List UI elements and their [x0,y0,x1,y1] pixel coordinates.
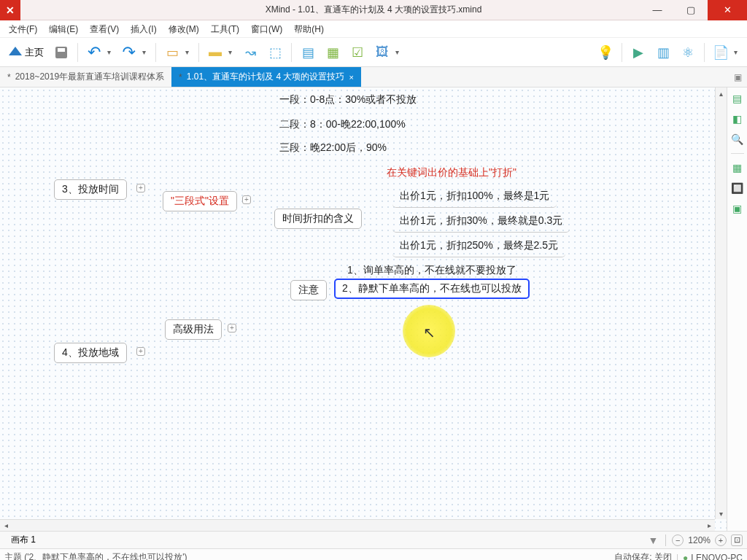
topic-button[interactable]: ▭ [160,41,184,64]
theme-panel-icon[interactable]: ▣ [731,202,744,215]
tab-2[interactable]: 1.01、直通车的计划及 4 大项的设置技巧× [171,67,361,87]
gantt-button[interactable]: ▥ [651,41,675,64]
marker-button[interactable]: ▦ [321,41,344,64]
node-handle[interactable]: + [136,347,145,356]
zoom-out-button[interactable]: − [672,534,684,546]
export-button[interactable]: 📄 [709,41,732,64]
note-button[interactable]: ▬ [204,41,227,64]
node-note-2-selected[interactable]: 2、静默下单率高的，不在线也可以投放 [334,279,530,299]
window-controls: — ▢ ✕ [640,0,747,20]
node-discount-meaning[interactable]: 时间折扣的含义 [274,209,362,229]
maximize-button[interactable]: ▢ [674,0,708,20]
node-handle[interactable]: + [242,195,251,204]
boundary-button[interactable]: ⬚ [263,41,287,64]
node-handle[interactable]: + [228,324,236,332]
task-button[interactable]: ☑ [346,41,369,64]
node-note-1[interactable]: 1、询单率高的，不在线就不要投放了 [340,261,524,280]
home-button[interactable]: 主页 [4,41,48,64]
node-segment-1[interactable]: 一段：0-8点：30%或者不投放 [272,90,424,109]
image-button[interactable]: 🖼 [371,41,394,64]
tab-maximize-icon[interactable]: ▣ [728,67,747,87]
task-icon: ☑ [352,44,363,61]
canvas-area[interactable]: 3、投放时间 + "三段式"设置 + 一段：0-8点：30%或者不投放 二段：8… [0,88,727,531]
menu-modify[interactable]: 修改(M) [163,20,205,38]
node-bid-1[interactable]: 出价1元，折扣100%，最终是1元 [392,187,557,208]
node-label: 出价1元，折扣30%，最终就是0.3元 [400,214,562,226]
topic-dropdown[interactable]: ▾ [185,48,194,56]
scroll-up-icon[interactable]: ▴ [716,88,727,99]
node-label: 1、询单率高的，不在线就不要投放了 [347,264,516,276]
toolbar-separator [622,43,622,62]
close-button[interactable]: ✕ [708,0,747,20]
menu-help[interactable]: 帮助(H) [288,20,330,38]
note-icon: ▬ [209,44,222,60]
search-panel-icon[interactable]: 🔍 [731,133,744,146]
share-button[interactable]: ⚛ [676,41,700,64]
tab-1[interactable]: 2018~2019年最新直通车培训课程体系 [0,67,171,87]
node-label: 时间折扣的含义 [282,212,354,224]
statusbar: 主题 ('2、静默下单率高的，不在线也可以投放') 自动保存: 关闭 | ● L… [0,548,747,560]
node-delivery-region[interactable]: 4、投放地域 [54,343,127,363]
zoom-in-button[interactable]: + [715,534,727,546]
node-advanced-usage[interactable]: 高级用法 [165,319,222,340]
mindmap-canvas[interactable]: 3、投放时间 + "三段式"设置 + 一段：0-8点：30%或者不投放 二段：8… [0,88,715,519]
zoom-fit-button[interactable]: ⊡ [731,534,743,546]
sheetbar-divider [665,534,666,546]
export-dropdown[interactable]: ▾ [734,48,743,56]
scroll-left-icon[interactable]: ◂ [0,520,12,531]
save-button[interactable] [50,41,73,64]
node-label: "三段式"设置 [171,195,229,206]
clip-panel-icon[interactable]: 🔲 [731,182,744,195]
marker-icon: ▦ [327,44,339,61]
menu-tools[interactable]: 工具(T) [205,20,245,38]
undo-button[interactable]: ↶ [82,41,106,64]
image-icon: 🖼 [376,44,389,60]
node-three-segment[interactable]: "三段式"设置 [163,191,237,211]
node-bid-3[interactable]: 出价1元，折扣250%，最终是2.5元 [392,236,565,257]
menu-window[interactable]: 窗口(W) [245,20,288,38]
toolbar-separator [291,43,292,62]
vertical-scrollbar[interactable]: ▴ ▾ [715,88,727,519]
menu-edit[interactable]: 编辑(E) [43,20,84,38]
horizontal-scrollbar[interactable]: ◂ ▸ [0,519,715,531]
app-icon: ✕ [0,0,20,20]
minimize-button[interactable]: — [640,0,674,20]
note-dropdown[interactable]: ▾ [228,48,237,56]
outline-panel-icon[interactable]: ▤ [731,92,744,105]
undo-dropdown[interactable]: ▾ [107,48,116,56]
status-host: LENOVO-PC [691,553,743,561]
presentation-button[interactable]: ▶ [627,41,650,64]
scroll-down-icon[interactable]: ▾ [716,508,727,519]
format-panel-icon[interactable]: ◧ [731,112,744,125]
relationship-button[interactable]: ↝ [239,41,262,64]
sheetbar: 画布 1 ▼ − 120% + ⊡ [0,531,747,548]
node-delivery-time[interactable]: 3、投放时间 [54,179,127,200]
node-attention[interactable]: 注意 [290,280,327,300]
node-segment-3[interactable]: 三段：晚22:00后，90% [272,139,394,158]
node-label: 在关键词出价的基础上"打折" [387,166,516,178]
tab-2-close[interactable]: × [349,73,353,82]
scroll-right-icon[interactable]: ▸ [703,520,715,531]
node-label: 出价1元，折扣250%，最终是2.5元 [400,239,558,251]
sheet-tab[interactable]: 画布 1 [4,533,42,547]
node-bid-2[interactable]: 出价1元，折扣30%，最终就是0.3元 [392,211,570,233]
menubar: 文件(F) 编辑(E) 查看(V) 插入(I) 修改(M) 工具(T) 窗口(W… [0,20,747,38]
node-label: 一段：0-8点：30%或者不投放 [279,93,417,105]
sheet-label: 画布 1 [11,534,36,545]
node-segment-2[interactable]: 二段：8：00-晚22:00,100% [272,115,413,134]
redo-button[interactable]: ↶ [117,41,141,64]
node-keyword-discount[interactable]: 在关键词出价的基础上"打折" [379,163,524,182]
markers-panel-icon[interactable]: ▦ [731,161,744,174]
filter-icon[interactable]: ▼ [648,534,658,546]
node-label: 出价1元，折扣100%，最终是1元 [400,190,549,201]
idea-button[interactable]: 💡 [594,41,617,64]
home-icon [9,47,22,55]
node-handle[interactable]: + [136,184,145,192]
menu-file[interactable]: 文件(F) [3,20,43,38]
window-title: XMind - 1.01、直通车的计划及 4 大项的设置技巧.xmind [266,4,482,16]
image-dropdown[interactable]: ▾ [395,48,404,56]
menu-insert[interactable]: 插入(I) [125,20,162,38]
redo-dropdown[interactable]: ▾ [142,48,151,56]
summary-button[interactable]: ▤ [296,41,320,64]
menu-view[interactable]: 查看(V) [84,20,125,38]
